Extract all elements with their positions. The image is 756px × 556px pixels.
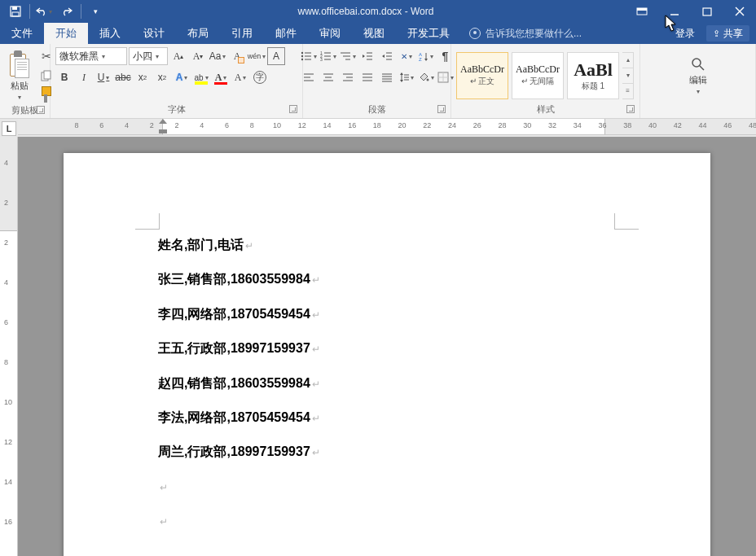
tab-layout[interactable]: 布局 [176,23,220,44]
redo-button[interactable] [56,2,77,21]
group-paragraph: 123 ✕ AZ ¶ 段落 [303,44,451,118]
tab-developer[interactable]: 开发工具 [396,23,461,44]
text-line: ↵ [158,512,616,530]
ribbon-tabs: 文件 开始 插入 设计 布局 引用 邮件 审阅 视图 开发工具 告诉我您想要做什… [0,23,756,44]
window-title: www.officebai.com.docx - Word [106,6,626,17]
increase-indent-button[interactable] [378,47,396,65]
paragraph-mark: ↵ [312,413,320,424]
tab-references[interactable]: 引用 [220,23,264,44]
svg-rect-6 [703,8,711,15]
style-heading1[interactable]: AaBl 标题 1 [567,52,619,99]
underline-button[interactable]: U [94,68,112,86]
find-button[interactable]: 编辑 ▾ [686,55,710,97]
font-name-combo[interactable]: 微软雅黑▾ [55,47,127,65]
save-button[interactable] [5,2,26,21]
document-content[interactable]: 姓名,部门,电话↵ 张三,销售部,18603559984↵ 李四,网络部,187… [158,236,616,547]
paragraph-mark: ↵ [160,516,168,528]
tab-design[interactable]: 设计 [132,23,176,44]
italic-button[interactable]: I [75,68,93,86]
bold-button[interactable]: B [55,68,73,86]
paragraph-mark: ↵ [312,344,320,355]
font-size-combo[interactable]: 小四▾ [129,47,168,65]
svg-text:Z: Z [419,57,422,61]
tab-stop-selector[interactable]: L [2,121,16,136]
align-center-button[interactable] [319,68,337,86]
page: 姓名,部门,电话↵ 张三,销售部,18603559984↵ 李四,网络部,187… [64,153,710,556]
group-font: 微软雅黑▾ 小四▾ A▴ A▾ Aa A wén A B I U abc x2 … [51,44,303,118]
phonetic-guide-button[interactable]: wén [248,47,266,65]
close-button[interactable] [723,0,756,23]
asian-layout-button[interactable]: ✕ [398,47,415,65]
bullets-icon [301,51,312,61]
svg-marker-26 [363,55,365,58]
tab-file[interactable]: 文件 [0,23,44,44]
styles-dialog-launcher[interactable] [626,105,635,113]
ribbon-display-icon[interactable] [626,0,658,23]
indent-marker[interactable] [159,119,167,134]
highlight-icon: ab [194,73,203,82]
align-right-button[interactable] [339,68,357,86]
group-editing: 编辑 ▾ [640,44,756,118]
title-bar: ▾ www.officebai.com.docx - Word [0,0,756,23]
shading-button[interactable] [417,68,435,86]
ribbon: 粘贴 ▾ ✂ 剪贴板 微软雅黑▾ 小四▾ A▴ A▾ Aa A wén A [0,44,756,119]
paragraph-dialog-launcher[interactable] [437,105,446,113]
svg-line-65 [700,66,704,70]
undo-button[interactable] [33,2,55,21]
tab-home[interactable]: 开始 [44,23,88,44]
shrink-font-button[interactable]: A▾ [189,47,207,65]
strikethrough-button[interactable]: abc [114,68,132,86]
character-border-button[interactable]: A [267,47,285,65]
tab-insert[interactable]: 插入 [88,23,132,44]
text-line: 周兰,行政部,18997159937↵ [158,443,616,461]
maximize-button[interactable] [691,0,723,23]
text-effects-button[interactable]: A [173,68,191,86]
tab-review[interactable]: 审阅 [308,23,352,44]
qat-customize[interactable]: ▾ [85,2,106,21]
style-no-spacing[interactable]: AaBbCcDr ↵ 无间隔 [512,52,564,99]
numbering-button[interactable]: 123 [319,47,337,65]
enclose-char-button[interactable]: 字 [251,68,269,86]
tell-me-search[interactable]: 告诉我您想要做什么... [461,23,669,44]
text-line: 王五,行政部,18997159937↵ [158,339,616,357]
minimize-button[interactable] [658,0,691,23]
svg-marker-55 [400,72,403,75]
svg-point-60 [426,79,429,81]
align-distributed-button[interactable] [378,68,396,86]
grow-font-button[interactable]: A▴ [169,47,187,65]
font-color-button[interactable]: A [212,68,230,86]
share-button[interactable]: ⇪ 共享 [706,25,749,42]
tab-view[interactable]: 视图 [352,23,396,44]
horizontal-ruler[interactable]: 8642246810121416182022242628303234363840… [18,119,756,135]
signin-button[interactable]: 登录 [669,27,701,41]
style-normal[interactable]: AaBbCcDr ↵ 正文 [456,52,508,99]
decrease-indent-button[interactable] [358,47,376,65]
align-justify-button[interactable] [358,68,376,86]
svg-point-15 [301,59,302,60]
multilevel-list-button[interactable] [339,47,357,65]
superscript-button[interactable]: x2 [153,68,171,86]
format-painter-button[interactable] [37,86,55,104]
subscript-button[interactable]: x2 [134,68,152,86]
text-line: 姓名,部门,电话↵ [158,236,616,254]
sort-button[interactable]: AZ [417,47,435,65]
tab-mailings[interactable]: 邮件 [264,23,308,44]
vertical-ruler[interactable]: 42246810121416 [0,137,18,556]
highlight-button[interactable]: ab [192,68,210,86]
numbering-icon: 123 [320,51,332,61]
text-line: ↵ [158,478,616,496]
clear-formatting-button[interactable]: A [228,47,246,65]
char-shading-button[interactable]: A [231,68,249,86]
align-left-button[interactable] [300,68,318,86]
styles-gallery-scroll[interactable]: ▴▾≡ [622,52,634,99]
change-case-button[interactable]: Aa [209,47,226,65]
document-area[interactable]: 姓名,部门,电话↵ 张三,销售部,18603559984↵ 李四,网络部,187… [18,137,756,556]
borders-icon [437,72,449,83]
clipboard-dialog-launcher[interactable] [37,106,45,114]
paragraph-mark: ↵ [312,274,320,286]
font-dialog-launcher[interactable] [289,105,297,113]
line-spacing-button[interactable] [398,68,415,86]
paste-button[interactable]: 粘贴 ▾ [5,49,34,103]
svg-marker-56 [400,80,403,82]
bullets-button[interactable] [300,47,318,65]
